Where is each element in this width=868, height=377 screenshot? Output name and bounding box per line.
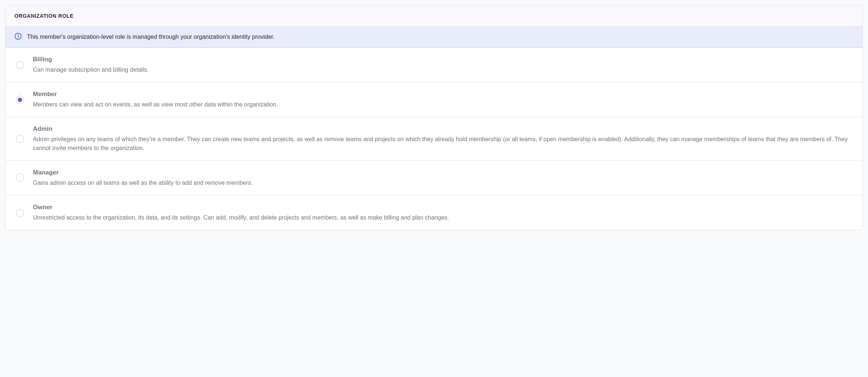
role-text: Owner Unrestricted access to the organiz… [33,204,852,222]
radio-button[interactable] [16,96,24,104]
role-option-owner[interactable]: Owner Unrestricted access to the organiz… [6,196,862,230]
role-description: Gains admin access on all teams as well … [33,179,852,187]
role-text: Billing Can manage subscription and bill… [33,56,852,74]
role-title: Manager [33,169,852,176]
panel-title: ORGANIZATION ROLE [6,6,862,27]
role-title: Admin [33,125,852,133]
role-option-admin[interactable]: Admin Admin privileges on any teams of w… [6,117,862,160]
role-option-billing[interactable]: Billing Can manage subscription and bill… [6,48,862,82]
role-description: Members can view and act on events, as w… [33,100,852,109]
role-description: Unrestricted access to the organization,… [33,213,852,222]
role-option-manager[interactable]: Manager Gains admin access on all teams … [6,161,862,196]
role-text: Member Members can view and act on event… [33,91,852,109]
idp-managed-alert: This member's organization-level role is… [6,27,862,48]
role-text: Admin Admin privileges on any teams of w… [33,125,852,152]
info-icon [14,33,22,41]
role-description: Can manage subscription and billing deta… [33,65,852,74]
svg-point-2 [18,34,18,35]
role-option-member[interactable]: Member Members can view and act on event… [6,82,862,117]
radio-button[interactable] [16,135,24,143]
role-description: Admin privileges on any teams of which t… [33,135,852,152]
role-text: Manager Gains admin access on all teams … [33,169,852,187]
role-title: Owner [33,204,852,211]
role-title: Billing [33,56,852,63]
role-title: Member [33,91,852,98]
radio-button[interactable] [16,174,24,182]
alert-text: This member's organization-level role is… [27,34,274,40]
radio-button[interactable] [16,209,24,217]
organization-role-panel: ORGANIZATION ROLE This member's organiza… [5,5,863,230]
radio-button[interactable] [16,61,24,69]
